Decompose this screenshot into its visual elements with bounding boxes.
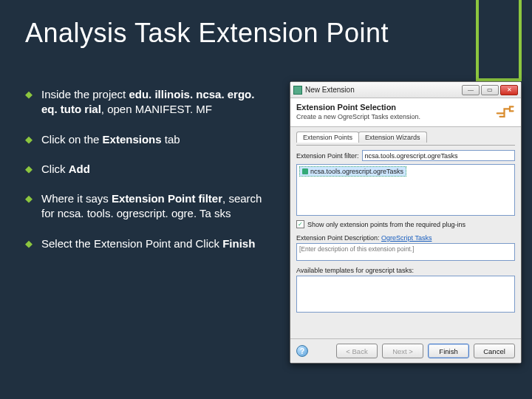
next-button[interactable]: Next > [382, 344, 423, 358]
tab-underline [296, 145, 515, 146]
bullet-bold: Add [69, 163, 90, 175]
bullet-text: Select the Extension Point and Click [41, 237, 222, 250]
cancel-button[interactable]: Cancel [474, 344, 515, 358]
slide-title: Analysis Task Extension Point [25, 18, 389, 49]
bullet-bold: Extensions [103, 133, 162, 146]
bullet-bold: Finish [222, 237, 255, 250]
bullet-text: Where it says [41, 192, 112, 205]
plug-icon [494, 103, 516, 120]
dialog-header-title: Extension Point Selection [296, 103, 515, 112]
bullet-item: Inside the project edu. illinois. ncsa. … [25, 87, 269, 117]
close-button[interactable]: ✕ [500, 85, 518, 95]
description-link[interactable]: OgreScript Tasks [381, 234, 432, 242]
tab-extension-points[interactable]: Extension Points [296, 132, 359, 143]
bullet-item: Click Add [25, 162, 269, 177]
maximize-button[interactable]: ▭ [481, 85, 499, 95]
filter-input[interactable]: ncsa.tools.ogrescript.ogreTasks [362, 150, 515, 161]
help-icon[interactable]: ? [296, 345, 308, 357]
tab-extension-wizards[interactable]: Extension Wizards [358, 132, 427, 143]
tab-bar: Extension Points Extension Wizards [296, 132, 515, 143]
accent-corner [476, 0, 522, 81]
description-box[interactable]: [Enter description of this extension poi… [296, 243, 515, 261]
bullet-text: , open MANIFEST. MF [101, 103, 212, 115]
dialog-titlebar[interactable]: New Extension — ▭ ✕ [290, 82, 521, 98]
dialog-footer: ? < Back Next > Finish Cancel [290, 338, 521, 363]
dialog-body: Extension Points Extension Wizards Exten… [290, 127, 521, 338]
bullet-text: tab [162, 133, 180, 146]
templates-label: Available templates for ogrescript tasks… [296, 267, 515, 274]
extension-point-list[interactable]: ncsa.tools.ogrescript.ogreTasks [296, 164, 515, 216]
bullet-text: Click on the [41, 133, 103, 146]
checkbox-label: Show only extension points from the requ… [307, 221, 466, 228]
bullet-item: Click on the Extensions tab [25, 132, 269, 147]
dialog-icon [293, 86, 302, 95]
templates-list[interactable] [296, 276, 515, 313]
new-extension-dialog: New Extension — ▭ ✕ Extension Point Sele… [290, 81, 522, 364]
finish-button[interactable]: Finish [428, 344, 469, 358]
bullet-list: Inside the project edu. illinois. ncsa. … [25, 87, 269, 266]
required-plugins-checkbox[interactable]: ✓ [296, 220, 304, 228]
bullet-text: Inside the project [41, 88, 129, 100]
dialog-header-sub: Create a new OgreScript Tasks extension. [296, 113, 515, 120]
list-item[interactable]: ncsa.tools.ogrescript.ogreTasks [299, 166, 406, 177]
bullet-item: Select the Extension Point and Click Fin… [25, 236, 269, 251]
extension-point-icon [302, 168, 308, 174]
back-button[interactable]: < Back [336, 344, 378, 358]
dialog-window-title: New Extension [305, 86, 457, 94]
bullet-text: Click [41, 163, 69, 175]
list-item-label: ncsa.tools.ogrescript.ogreTasks [310, 168, 403, 175]
minimize-button[interactable]: — [462, 85, 480, 95]
filter-label: Extension Point filter: [296, 152, 359, 160]
bullet-bold: Extension Point filter [112, 192, 222, 205]
dialog-header: Extension Point Selection Create a new O… [290, 98, 521, 127]
description-label: Extension Point Description: [296, 234, 381, 242]
bullet-item: Where it says Extension Point filter, se… [25, 191, 269, 222]
